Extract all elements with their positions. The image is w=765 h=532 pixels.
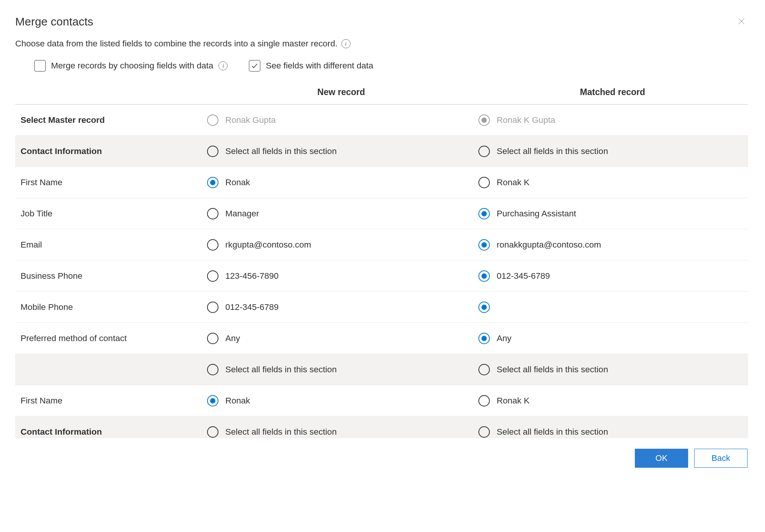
new-radio[interactable] [207, 270, 218, 282]
field-row: Business Phone123-456-7890012-345-6789 [15, 260, 748, 292]
row-label: Job Title [15, 209, 206, 219]
new-value: Ronak [225, 178, 250, 187]
row-label: First Name [15, 396, 206, 406]
new-radio[interactable] [207, 146, 218, 157]
new-cell: Select all fields in this section [206, 364, 477, 375]
merge-by-fields-label: Merge records by choosing fields with da… [51, 61, 213, 71]
new-cell: Any [206, 333, 477, 344]
close-button[interactable] [735, 15, 747, 27]
matched-value: Ronak K [497, 178, 529, 187]
new-radio[interactable] [207, 239, 218, 251]
ok-button[interactable]: OK [635, 449, 688, 468]
matched-radio[interactable] [478, 270, 490, 282]
master-record-row: Select Master record Ronak Gupta Ronak K… [15, 105, 748, 136]
matched-value: Any [497, 333, 512, 343]
field-row: First NameRonakRonak K [15, 167, 748, 198]
new-value: rkgupta@contoso.com [225, 240, 311, 250]
master-matched-value: Ronak K Gupta [497, 115, 555, 125]
new-radio[interactable] [207, 364, 218, 375]
check-icon [251, 62, 258, 70]
row-label: Contact Information [15, 146, 206, 156]
matched-value: 012-345-6789 [497, 271, 550, 281]
matched-cell: ronakkgupta@contoso.com [477, 239, 748, 251]
fields-scroll-area[interactable]: New record Matched record Select Master … [15, 84, 750, 438]
new-cell: Ronak [206, 395, 477, 407]
new-radio[interactable] [207, 177, 218, 188]
new-radio[interactable] [207, 395, 218, 407]
column-new-header: New record [206, 87, 477, 97]
master-matched-radio[interactable] [478, 114, 490, 126]
master-new-radio[interactable] [207, 114, 218, 126]
new-cell: Select all fields in this section [206, 146, 477, 157]
field-row: Emailrkgupta@contoso.comronakkgupta@cont… [15, 229, 748, 260]
new-value: Select all fields in this section [225, 365, 337, 375]
matched-radio[interactable] [478, 146, 490, 157]
row-label: Contact Information [15, 427, 206, 437]
field-row: Preferred method of contactAnyAny [15, 323, 748, 354]
new-cell: 012-345-6789 [206, 302, 477, 313]
row-label: Business Phone [15, 271, 206, 281]
see-diff-checkbox[interactable] [249, 60, 260, 71]
matched-radio[interactable] [478, 208, 490, 219]
matched-cell: Ronak K [477, 177, 748, 188]
new-cell: Select all fields in this section [206, 426, 477, 438]
new-radio[interactable] [207, 208, 218, 219]
matched-value: Ronak K [497, 396, 529, 406]
new-value: Select all fields in this section [225, 427, 337, 437]
matched-value: Select all fields in this section [497, 427, 608, 437]
row-label: Mobile Phone [15, 302, 206, 312]
new-cell: 123-456-7890 [206, 270, 477, 282]
new-value: 012-345-6789 [225, 302, 279, 312]
new-radio[interactable] [207, 333, 218, 344]
dialog-subtitle: Choose data from the listed fields to co… [15, 39, 338, 49]
section-row: Contact InformationSelect all fields in … [15, 416, 748, 438]
columns-header: New record Matched record [15, 85, 748, 105]
section-row: Contact InformationSelect all fields in … [15, 136, 748, 167]
see-diff-label: See fields with different data [266, 61, 373, 71]
info-icon[interactable]: i [218, 61, 228, 70]
new-value: 123-456-7890 [225, 271, 279, 281]
new-radio[interactable] [207, 302, 218, 313]
new-value: Manager [225, 209, 259, 219]
dialog-subtitle-row: Choose data from the listed fields to co… [15, 39, 750, 49]
matched-radio[interactable] [478, 426, 490, 438]
dialog-footer: OK Back [15, 438, 750, 468]
matched-cell: Select all fields in this section [477, 146, 748, 157]
matched-radio[interactable] [478, 333, 490, 344]
see-diff-option[interactable]: See fields with different data [249, 60, 373, 71]
matched-value: ronakkgupta@contoso.com [497, 240, 601, 250]
matched-radio[interactable] [478, 395, 490, 407]
matched-value: Purchasing Assistant [497, 209, 576, 219]
field-row: Job TitleManagerPurchasing Assistant [15, 198, 748, 229]
section-row: Select all fields in this sectionSelect … [15, 354, 748, 385]
new-value: Any [225, 333, 240, 343]
new-radio[interactable] [207, 426, 218, 438]
merge-contacts-dialog: Merge contacts Choose data from the list… [15, 15, 750, 468]
matched-radio[interactable] [478, 302, 490, 313]
column-matched-header: Matched record [477, 87, 748, 97]
new-value: Select all fields in this section [225, 146, 337, 156]
matched-radio[interactable] [478, 239, 490, 251]
field-row: First NameRonakRonak K [15, 385, 748, 416]
row-label: Email [15, 240, 206, 250]
back-button[interactable]: Back [694, 449, 747, 468]
matched-cell: Select all fields in this section [477, 426, 748, 438]
close-icon [737, 17, 746, 25]
matched-cell: Select all fields in this section [477, 364, 748, 375]
merge-by-fields-checkbox[interactable] [34, 60, 46, 71]
new-cell: Ronak [206, 177, 477, 188]
matched-radio[interactable] [478, 364, 490, 375]
matched-value: Select all fields in this section [497, 146, 608, 156]
info-icon[interactable]: i [341, 39, 351, 48]
dialog-title: Merge contacts [15, 15, 750, 28]
matched-cell: 012-345-6789 [477, 270, 748, 282]
merge-by-fields-option[interactable]: Merge records by choosing fields with da… [34, 60, 228, 71]
matched-cell: Any [477, 333, 748, 344]
options-row: Merge records by choosing fields with da… [15, 60, 750, 71]
matched-cell [477, 302, 748, 313]
new-cell: rkgupta@contoso.com [206, 239, 477, 251]
row-label: First Name [15, 178, 206, 187]
matched-radio[interactable] [478, 177, 490, 188]
row-label: Preferred method of contact [15, 333, 206, 343]
new-cell: Manager [206, 208, 477, 219]
